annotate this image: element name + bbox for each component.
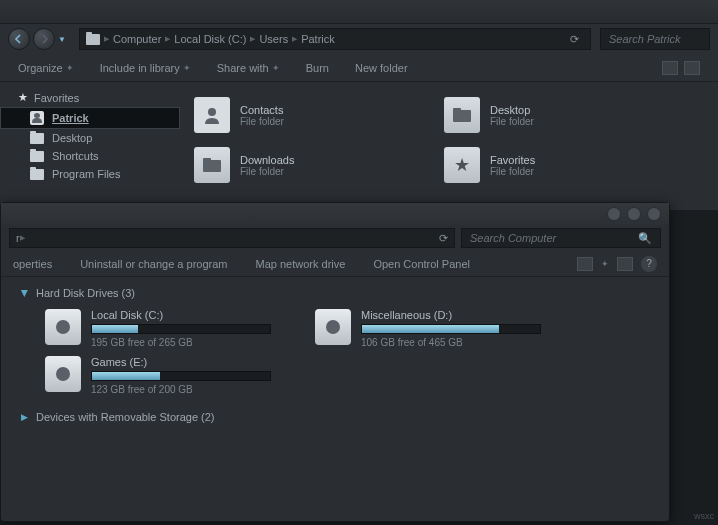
breadcrumb-localdisk[interactable]: Local Disk (C:) [174, 33, 246, 45]
drive-free-text: 123 GB free of 200 GB [91, 384, 285, 395]
computer-content: ▶ Hard Disk Drives (3) Local Disk (C:) 1… [1, 277, 669, 443]
svg-point-0 [208, 108, 216, 116]
folder-content: Contacts File folder Desktop File folder [180, 82, 718, 212]
explorer-window-patrick: ▼ ▶ Computer ▶ Local Disk (C:) ▶ Users ▶… [0, 0, 718, 210]
back-button[interactable] [8, 28, 30, 50]
refresh-icon[interactable]: ⟳ [439, 232, 448, 245]
explorer-window-computer: r ▶ ⟳ Search Computer 🔍 operties Uninsta… [0, 202, 670, 522]
chevron-right-icon: ▶ [250, 35, 255, 43]
drive-capacity-bar [91, 371, 271, 381]
drive-icon [45, 356, 81, 392]
control-panel-button[interactable]: Open Control Panel [373, 258, 470, 270]
drive-icon [45, 309, 81, 345]
drive-local-c[interactable]: Local Disk (C:) 195 GB free of 265 GB [45, 309, 285, 348]
item-name: Favorites [490, 154, 535, 166]
sidebar-item-label: Shortcuts [52, 150, 98, 162]
sidebar-item-label: Program Files [52, 168, 120, 180]
svg-rect-2 [453, 108, 461, 111]
search-input[interactable]: Search Patrick [600, 28, 710, 50]
history-dropdown[interactable]: ▼ [58, 35, 70, 44]
folder-item-downloads[interactable]: Downloads File folder [190, 140, 440, 190]
sidebar: ★ Favorites Patrick Desktop Shortcuts Pr… [0, 82, 180, 212]
drive-capacity-bar [361, 324, 541, 334]
item-name: Downloads [240, 154, 294, 166]
drives-grid: Local Disk (C:) 195 GB free of 265 GB Mi… [21, 309, 649, 395]
item-type: File folder [240, 166, 294, 177]
section-hard-drives[interactable]: ▶ Hard Disk Drives (3) [21, 287, 649, 299]
item-type: File folder [240, 116, 284, 127]
drive-capacity-bar [91, 324, 271, 334]
new-folder-button[interactable]: New folder [355, 62, 408, 74]
item-type: File folder [490, 116, 534, 127]
contacts-icon [194, 97, 230, 133]
breadcrumb-patrick[interactable]: Patrick [301, 33, 335, 45]
chevron-right-icon: ▶ [21, 412, 28, 422]
drive-name: Miscellaneous (D:) [361, 309, 555, 321]
drive-name: Local Disk (C:) [91, 309, 285, 321]
sidebar-item-label: Patrick [52, 112, 89, 124]
section-title: Hard Disk Drives (3) [36, 287, 135, 299]
drive-free-text: 106 GB free of 465 GB [361, 337, 555, 348]
svg-rect-3 [203, 160, 221, 172]
folder-icon [194, 147, 230, 183]
refresh-icon[interactable]: ⟳ [570, 33, 584, 46]
share-with-menu[interactable]: Share with✦ [217, 62, 280, 74]
folder-icon [444, 97, 480, 133]
include-library-menu[interactable]: Include in library✦ [100, 62, 191, 74]
title-bar[interactable] [0, 0, 718, 24]
preview-pane-icon[interactable] [617, 257, 633, 271]
chevron-right-icon: ▶ [292, 35, 297, 43]
help-icon[interactable]: ? [641, 256, 657, 272]
folder-icon [30, 151, 44, 162]
toolbar: operties Uninstall or change a program M… [1, 251, 669, 277]
chevron-right-icon: ▶ [165, 35, 170, 43]
properties-button[interactable]: operties [13, 258, 52, 270]
drive-free-text: 195 GB free of 265 GB [91, 337, 285, 348]
svg-rect-1 [453, 110, 471, 122]
watermark: wsxc [694, 511, 714, 521]
title-bar[interactable] [1, 203, 669, 225]
map-drive-button[interactable]: Map network drive [256, 258, 346, 270]
maximize-button[interactable] [627, 207, 641, 221]
search-icon: 🔍 [638, 232, 652, 245]
star-icon: ★ [18, 91, 28, 104]
preview-pane-icon[interactable] [684, 61, 700, 75]
minimize-button[interactable] [607, 207, 621, 221]
favorites-header[interactable]: ★ Favorites [0, 88, 180, 107]
burn-button[interactable]: Burn [306, 62, 329, 74]
chevron-right-icon: ▶ [20, 234, 25, 242]
drive-name: Games (E:) [91, 356, 285, 368]
uninstall-button[interactable]: Uninstall or change a program [80, 258, 227, 270]
view-options-icon[interactable] [577, 257, 593, 271]
sidebar-item-shortcuts[interactable]: Shortcuts [0, 147, 180, 165]
search-placeholder: Search Computer [470, 232, 556, 244]
toolbar: Organize✦ Include in library✦ Share with… [0, 54, 718, 82]
drive-misc-d[interactable]: Miscellaneous (D:) 106 GB free of 465 GB [315, 309, 555, 348]
item-name: Contacts [240, 104, 284, 116]
section-removable-devices[interactable]: ▶ Devices with Removable Storage (2) [21, 411, 649, 423]
chevron-right-icon: ▶ [104, 35, 109, 43]
search-placeholder: Search Patrick [609, 33, 681, 45]
drive-games-e[interactable]: Games (E:) 123 GB free of 200 GB [45, 356, 285, 395]
search-input[interactable]: Search Computer 🔍 [461, 228, 661, 248]
address-bar[interactable]: r ▶ ⟳ [9, 228, 455, 248]
sidebar-item-patrick[interactable]: Patrick [0, 107, 180, 129]
chevron-down-icon: ▶ [20, 290, 30, 297]
folder-item-desktop[interactable]: Desktop File folder [440, 90, 690, 140]
close-button[interactable] [647, 207, 661, 221]
folder-item-contacts[interactable]: Contacts File folder [190, 90, 440, 140]
forward-button[interactable] [33, 28, 55, 50]
folder-item-favorites[interactable]: ★ Favorites File folder [440, 140, 690, 190]
view-options-icon[interactable] [662, 61, 678, 75]
address-bar[interactable]: ▶ Computer ▶ Local Disk (C:) ▶ Users ▶ P… [79, 28, 591, 50]
sidebar-item-programfiles[interactable]: Program Files [0, 165, 180, 183]
breadcrumb-computer[interactable]: Computer [113, 33, 161, 45]
window-body: ★ Favorites Patrick Desktop Shortcuts Pr… [0, 82, 718, 212]
organize-menu[interactable]: Organize✦ [18, 62, 74, 74]
section-title: Devices with Removable Storage (2) [36, 411, 215, 423]
item-name: Desktop [490, 104, 534, 116]
plus-icon: ✦ [601, 259, 609, 269]
sidebar-item-desktop[interactable]: Desktop [0, 129, 180, 147]
breadcrumb-users[interactable]: Users [259, 33, 288, 45]
svg-rect-4 [203, 158, 211, 161]
